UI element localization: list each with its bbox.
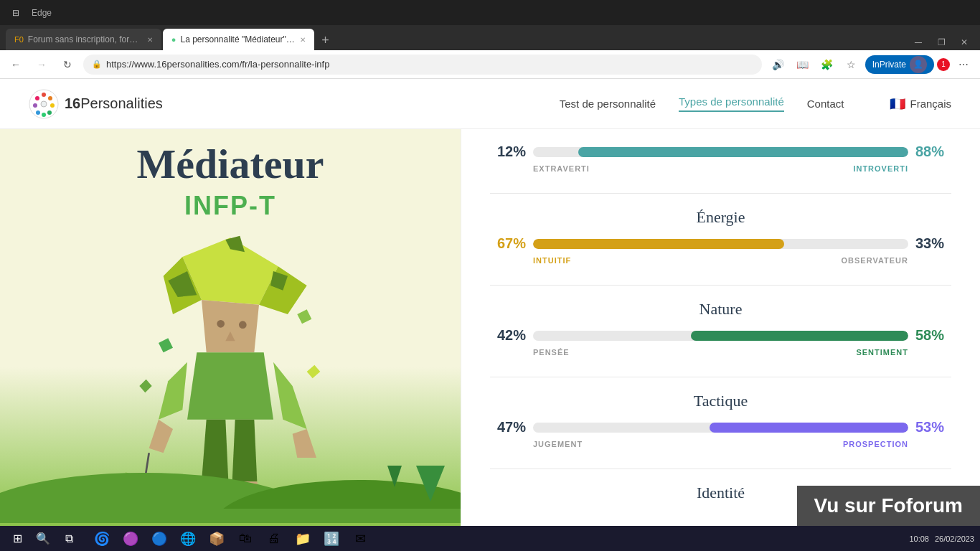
trait-pct-right-2: 58%	[915, 327, 951, 344]
hills	[0, 466, 461, 526]
close-window-button[interactable]: ✕	[954, 34, 974, 50]
svg-marker-31	[159, 338, 173, 352]
trait-bar-bg-3	[533, 423, 908, 433]
logo-svg	[29, 89, 59, 119]
taskbar-app-edge2[interactable]: 🌐	[175, 529, 201, 549]
label-right-0: INTROVERTI	[853, 164, 908, 173]
svg-point-3	[50, 103, 55, 108]
task-view-button[interactable]: ⧉	[57, 529, 80, 549]
svg-point-4	[47, 110, 52, 115]
trait-bar-row-0: 12% 88%	[490, 143, 951, 160]
flag-icon: 🇫🇷	[890, 96, 905, 112]
svg-point-15	[239, 321, 247, 329]
svg-marker-21	[293, 429, 316, 458]
tab-active[interactable]: ● La personnalité "Médiateur" (INF... ✕	[163, 29, 314, 50]
svg-marker-32	[297, 309, 311, 324]
svg-point-8	[35, 96, 39, 100]
tab-active-label: La personnalité "Médiateur" (INF...	[181, 34, 296, 44]
nav-links: Test de personnalité Types de personnali…	[560, 95, 951, 112]
svg-rect-40	[0, 509, 461, 523]
svg-marker-18	[159, 362, 187, 420]
trait-section-0: 12% 88% EXTRAVERTI INTROVERTI	[490, 143, 951, 173]
trait-bar-fill-1	[533, 239, 784, 249]
address-box[interactable]: 🔒 https://www.16personalities.com/fr/la-…	[83, 55, 762, 75]
divider-2	[490, 285, 951, 286]
label-right-1: OBSERVATEUR	[841, 256, 908, 265]
window-icon[interactable]: ⊟	[6, 3, 26, 23]
label-left-3: JUGEMENT	[533, 440, 583, 448]
taskbar-app-dropbox[interactable]: 📦	[204, 529, 230, 549]
trait-pct-right-1: 33%	[915, 235, 951, 252]
nav-test[interactable]: Test de personnalité	[560, 98, 656, 110]
immersive-reader-button[interactable]: 📖	[792, 55, 814, 75]
trait-section-1: Énergie 67% 33% INTUITIF OBSERVATEUR	[490, 208, 951, 265]
site-logo[interactable]: 16Personalities	[29, 89, 163, 119]
trait-bar-row-3: 47% 53%	[490, 419, 951, 435]
trait-bar-bg-1	[533, 239, 908, 249]
watermark: Vu sur Foforum	[797, 486, 980, 526]
label-left-2: PENSÉE	[533, 348, 570, 357]
forward-button[interactable]: →	[32, 55, 52, 75]
browser-actions: 🔊 📖 🧩 ☆ InPrivate 👤 1 ⋯	[768, 55, 974, 75]
address-bar-row: ← → ↻ 🔒 https://www.16personalities.com/…	[0, 50, 980, 79]
main-content: Médiateur INFP-T	[0, 129, 980, 526]
site-nav: 16Personalities Test de personnalité Typ…	[0, 79, 980, 129]
trait-bar-fill-2	[691, 331, 908, 341]
nav-contact[interactable]: Contact	[807, 98, 844, 110]
lang-label: Français	[910, 98, 951, 110]
taskbar-app-store[interactable]: 🛍	[232, 529, 258, 549]
start-button[interactable]: ⊞	[6, 529, 29, 549]
restore-button[interactable]: ❐	[931, 34, 951, 50]
browser-chrome: ⊟ Edge	[0, 0, 980, 25]
extensions-button[interactable]: 🧩	[816, 55, 838, 75]
svg-point-1	[42, 93, 46, 97]
minimize-button[interactable]: ─	[908, 34, 928, 50]
tab-forum-close[interactable]: ✕	[147, 36, 153, 44]
inprivate-label: InPrivate	[872, 60, 906, 70]
taskbar-date: 26/02/2023	[935, 534, 974, 543]
logo-personalities: Personalities	[80, 95, 163, 111]
svg-marker-34	[307, 365, 321, 379]
svg-marker-17	[187, 352, 273, 419]
taskbar-right: 10:08 26/02/2023	[909, 534, 974, 543]
inprivate-button[interactable]: InPrivate 👤	[865, 55, 934, 74]
trait-section-3: Tactique 47% 53% JUGEMENT PROSPECTION	[490, 392, 951, 448]
trait-pct-left-0: 12%	[490, 143, 526, 160]
lang-selector[interactable]: 🇫🇷 Français	[890, 96, 951, 112]
tab-active-close[interactable]: ✕	[300, 36, 306, 44]
right-panel: 12% 88% EXTRAVERTI INTROVERTI Énergie 67…	[461, 129, 980, 526]
taskbar-app-calc[interactable]: 🔢	[319, 529, 344, 549]
divider-1	[490, 193, 951, 194]
nav-types[interactable]: Types de personnalité	[679, 95, 784, 112]
new-tab-button[interactable]: +	[316, 30, 336, 50]
search-button[interactable]: 🔍	[32, 529, 55, 549]
label-left-0: EXTRAVERTI	[533, 164, 590, 173]
label-left-1: INTUITIF	[533, 256, 571, 265]
back-button[interactable]: ←	[6, 55, 26, 75]
taskbar-app-word[interactable]: 🔵	[146, 529, 172, 549]
menu-button[interactable]: ⋯	[953, 55, 974, 75]
taskbar-app-files[interactable]: 📁	[290, 529, 316, 549]
favorites-button[interactable]: ☆	[841, 55, 862, 75]
hills-svg	[0, 466, 461, 523]
trait-bar-row-2: 42% 58%	[490, 327, 951, 344]
reload-button[interactable]: ↻	[57, 55, 77, 75]
tab-forum[interactable]: F0 Forum sans inscription, forum a... ✕	[6, 29, 161, 50]
taskbar-app-edge[interactable]: 🌀	[89, 529, 115, 549]
trait-labels-3: JUGEMENT PROSPECTION	[490, 440, 951, 448]
read-aloud-button[interactable]: 🔊	[768, 55, 789, 75]
svg-point-9	[41, 101, 47, 107]
taskbar-app-print[interactable]: 🖨	[261, 529, 287, 549]
svg-marker-33	[139, 380, 151, 393]
trait-pct-left-3: 47%	[490, 419, 526, 435]
taskbar-app-mail[interactable]: ✉	[347, 529, 373, 549]
taskbar-app-teams[interactable]: 🟣	[118, 529, 143, 549]
taskbar-time: 10:08	[909, 534, 929, 543]
trait-labels-2: PENSÉE SENTIMENT	[490, 348, 951, 357]
svg-point-6	[36, 110, 40, 115]
trait-section-2: Nature 42% 58% PENSÉE SENTIMENT	[490, 300, 951, 357]
trait-labels-0: EXTRAVERTI INTROVERTI	[490, 164, 951, 173]
personality-code: INFP-T	[184, 191, 276, 221]
trait-bar-bg-2	[533, 331, 908, 341]
trait-bar-bg-0	[533, 147, 908, 157]
